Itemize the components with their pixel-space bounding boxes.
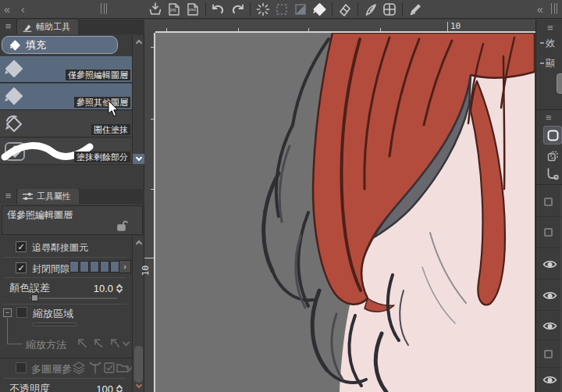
scroll-down-icon[interactable] <box>133 154 144 164</box>
group-divider <box>0 358 132 358</box>
effect-label: 效 <box>546 37 555 48</box>
scrollbar-thumb[interactable] <box>134 346 143 383</box>
collapse-panel-right-icon[interactable]: « <box>537 2 543 17</box>
eraser-icon[interactable] <box>336 1 354 18</box>
layer-checkbox-icon[interactable] <box>544 228 553 237</box>
invert-selection-icon[interactable] <box>292 1 309 18</box>
subtool-item-paint-unfilled[interactable]: 塗抹剩餘部分 <box>0 138 132 165</box>
display-label-row[interactable]: 顯 <box>540 55 555 70</box>
row-divider <box>3 378 126 379</box>
toolbar-separator <box>332 2 333 16</box>
fill-bucket-icon[interactable] <box>311 1 328 18</box>
close-gap-label: 封閉間隙 <box>32 262 69 276</box>
selected-layers-icon[interactable] <box>102 361 116 378</box>
unlocked-padlock-icon[interactable] <box>116 219 128 231</box>
canvas-frame-icon[interactable] <box>381 1 398 18</box>
right-panel-menu-icon[interactable]: ≡ <box>547 22 553 34</box>
gap-level-2[interactable] <box>80 261 89 273</box>
scaling-method-dropdown-icon[interactable] <box>123 339 130 347</box>
layer-visible-eye-icon[interactable] <box>542 375 557 385</box>
close-gap-checkbox[interactable] <box>16 262 27 273</box>
layer-visible-eye-icon[interactable] <box>542 321 557 331</box>
subtool-item-label: 圈住塗抹 <box>91 124 130 135</box>
subtool-scrollbar[interactable] <box>132 36 144 165</box>
save-jpg-icon[interactable]: jpg <box>165 1 183 18</box>
paste-into-selection-icon[interactable] <box>543 147 562 166</box>
undo-icon[interactable] <box>210 1 227 18</box>
subtool-tab-bar: ≡ 輔助工具 <box>0 20 144 34</box>
panel-drag-handle-right[interactable] <box>551 3 557 14</box>
tool-property-scrollbar[interactable] <box>132 237 144 392</box>
tab-tool-property[interactable]: 工具屬性 <box>17 189 79 204</box>
artwork-red-hair-illustration <box>155 33 535 392</box>
pen-icon[interactable] <box>362 1 379 18</box>
layer-visible-eye-icon[interactable] <box>542 290 557 301</box>
enclose-bucket-icon <box>4 114 24 136</box>
close-gap-level-selector[interactable] <box>69 261 119 273</box>
panel-divider <box>536 109 562 110</box>
ruler-left: 10 <box>144 33 155 392</box>
scale-sharp-icon[interactable] <box>108 336 122 353</box>
color-margin-value[interactable]: 10.0 <box>88 283 113 294</box>
layer-row[interactable] <box>536 311 562 340</box>
subtool-item-label: 參照其他圖層 <box>74 97 130 108</box>
effect-label-row[interactable]: 效 <box>540 35 555 50</box>
back-chevron-icon[interactable]: ‹ <box>21 2 25 17</box>
layer-row[interactable] <box>536 248 562 280</box>
close-gap-expand-button[interactable]: › <box>119 260 131 273</box>
stylus-icon[interactable] <box>407 1 424 18</box>
scroll-up-icon[interactable] <box>133 237 144 248</box>
selection-launcher-icon[interactable] <box>543 164 562 183</box>
tool-property-menu-icon[interactable]: ≡ <box>0 189 17 204</box>
layer-row[interactable] <box>536 185 562 217</box>
rect-frame-tool-button[interactable] <box>543 126 562 144</box>
toolbar-separator <box>205 2 206 16</box>
scale-curve-icon[interactable] <box>91 336 105 353</box>
reference-layer-icon[interactable] <box>88 361 102 378</box>
redo-icon[interactable] <box>229 1 246 18</box>
area-scaling-checkbox[interactable] <box>16 307 27 318</box>
layer-row[interactable] <box>536 280 562 311</box>
collapse-panel-left-icon[interactable]: « <box>4 2 10 17</box>
scroll-down-icon[interactable] <box>133 381 144 391</box>
color-margin-slider-handle[interactable] <box>31 294 38 301</box>
gap-level-4[interactable] <box>100 261 109 273</box>
panel-drag-handle[interactable] <box>101 3 107 14</box>
layer-visible-eye-icon[interactable] <box>542 259 557 269</box>
canvas[interactable] <box>155 33 535 392</box>
subtool-menu-icon[interactable]: ≡ <box>0 20 17 34</box>
gap-level-3[interactable] <box>90 261 99 273</box>
follow-adjacent-label: 追尋鄰接圖元 <box>32 241 88 255</box>
deselect-icon[interactable] <box>273 1 290 18</box>
layer-row[interactable] <box>536 340 562 368</box>
color-margin-slider[interactable] <box>30 298 117 299</box>
tool-property-rows: 追尋鄰接圖元 封閉間隙 › 顏色誤差 10.0 − 縮放區域 縮放 <box>0 237 132 392</box>
export-document-icon[interactable] <box>147 1 164 18</box>
color-margin-label: 顏色誤差 <box>9 281 50 295</box>
subtool-item-refer-editing-layer[interactable]: 僅參照編輯圖層 <box>0 56 132 83</box>
save-psd-icon[interactable]: psd <box>184 1 201 18</box>
partial-button[interactable] <box>557 73 562 94</box>
layer-row[interactable] <box>536 368 562 392</box>
selection-panel-menu-icon[interactable]: ≡ <box>546 112 552 123</box>
fill-bucket-icon <box>9 39 21 52</box>
scroll-up-icon[interactable] <box>133 37 144 47</box>
tree-connector <box>7 318 23 344</box>
multi-refer-checkbox[interactable] <box>16 362 27 373</box>
layer-row[interactable] <box>536 217 562 248</box>
tool-fill-button[interactable]: 填充 <box>2 36 118 54</box>
area-scaling-expander[interactable]: − <box>3 308 12 317</box>
subtool-item-label: 塗抹剩餘部分 <box>74 151 130 162</box>
scale-round-icon[interactable] <box>75 336 89 353</box>
opacity-value[interactable]: 100 <box>90 383 113 392</box>
auto-select-icon[interactable] <box>254 1 272 18</box>
row-divider <box>3 277 126 278</box>
gap-level-1[interactable] <box>69 261 79 273</box>
area-scaling-slider[interactable] <box>32 323 77 326</box>
tab-subtool[interactable]: 輔助工具 <box>17 20 78 34</box>
all-layers-icon[interactable] <box>72 361 86 378</box>
subtool-item-label: 僅參照編輯圖層 <box>66 69 130 80</box>
follow-adjacent-checkbox[interactable] <box>16 241 27 252</box>
layer-checkbox-icon[interactable] <box>544 350 553 358</box>
layer-checkbox-icon[interactable] <box>544 198 553 206</box>
